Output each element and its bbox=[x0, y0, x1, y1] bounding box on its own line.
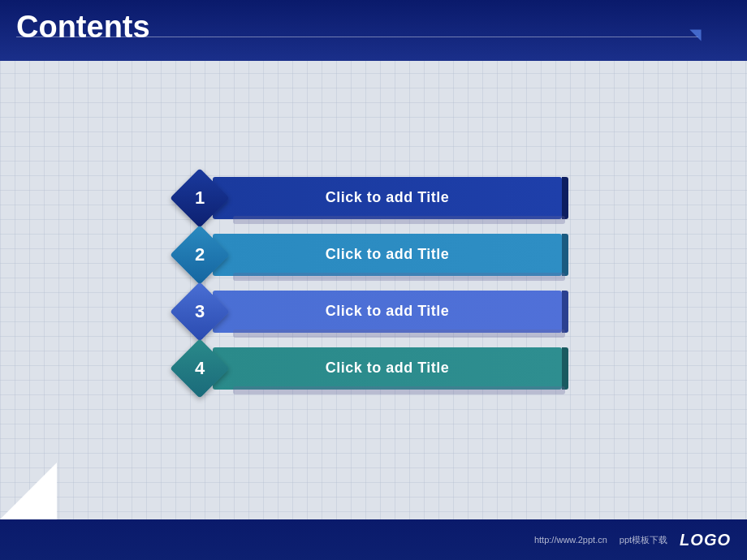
item-row-4[interactable]: 4 Click to add Title bbox=[179, 347, 568, 390]
shadow-bar-3 bbox=[233, 330, 565, 338]
bottom-triangle-decoration bbox=[0, 463, 57, 519]
title-bar-2[interactable]: Click to add Title bbox=[213, 234, 562, 276]
right-accent-2 bbox=[562, 234, 568, 276]
page-title: Contents bbox=[16, 10, 150, 45]
title-text-2[interactable]: Click to add Title bbox=[326, 246, 450, 263]
item-row-2[interactable]: 2 Click to add Title bbox=[179, 234, 568, 276]
content-area: 1 Click to add Title 2 Click to add Titl… bbox=[0, 61, 747, 519]
title-text-1[interactable]: Click to add Title bbox=[326, 189, 450, 206]
bottom-bar: http://www.2ppt.cn ppt模板下载 LOGO bbox=[0, 519, 747, 560]
title-text-4[interactable]: Click to add Title bbox=[326, 360, 450, 377]
item-row-1[interactable]: 1 Click to add Title bbox=[179, 177, 568, 219]
number-2: 2 bbox=[195, 244, 205, 265]
shadow-bar-1 bbox=[233, 216, 565, 224]
title-bar-1[interactable]: Click to add Title bbox=[213, 177, 562, 219]
number-3: 3 bbox=[195, 301, 205, 322]
title-bar-4[interactable]: Click to add Title bbox=[213, 347, 562, 390]
footer-download: ppt模板下载 bbox=[620, 534, 667, 546]
number-1: 1 bbox=[195, 187, 205, 209]
right-accent-4 bbox=[562, 347, 568, 390]
bottom-bar-content: http://www.2ppt.cn ppt模板下载 LOGO bbox=[534, 531, 731, 549]
right-accent-3 bbox=[562, 291, 568, 333]
right-accent-1 bbox=[562, 177, 568, 219]
shadow-bar-4 bbox=[233, 386, 565, 394]
footer-url: http://www.2ppt.cn bbox=[534, 535, 607, 545]
top-arrow-icon bbox=[689, 24, 706, 41]
footer-logo: LOGO bbox=[680, 531, 731, 549]
title-bar-3[interactable]: Click to add Title bbox=[213, 291, 562, 333]
item-row-3[interactable]: 3 Click to add Title bbox=[179, 291, 568, 333]
shadow-bar-2 bbox=[233, 273, 565, 281]
number-4: 4 bbox=[195, 358, 205, 379]
title-text-3[interactable]: Click to add Title bbox=[326, 303, 450, 320]
